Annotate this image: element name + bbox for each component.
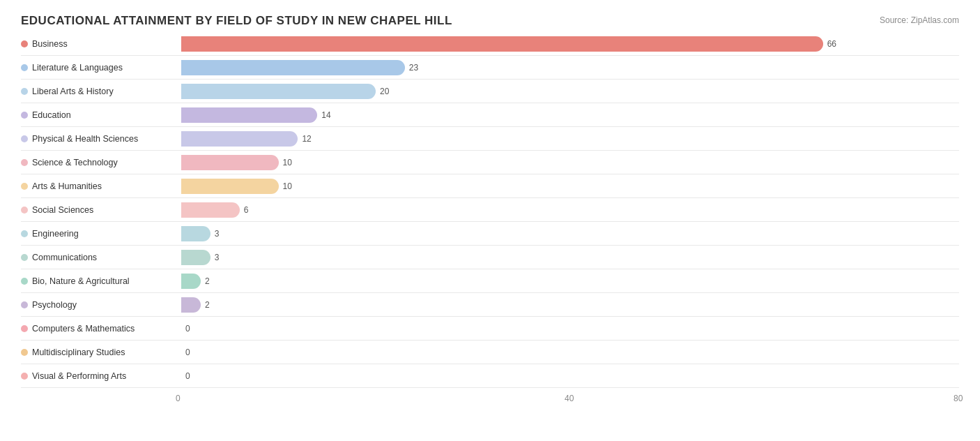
dot-6	[21, 183, 28, 190]
bar-fill-1	[181, 60, 405, 75]
bar-container-8: 3	[181, 226, 959, 241]
label-text-1: Literature & Languages	[32, 63, 123, 73]
bar-fill-5	[181, 155, 279, 170]
bar-row: Social Sciences 6	[21, 198, 959, 222]
bar-value-1: 23	[409, 63, 418, 73]
bar-row: Bio, Nature & Agricultural 2	[21, 269, 959, 293]
dot-7	[21, 207, 28, 214]
bar-container-7: 6	[181, 202, 959, 218]
bar-container-2: 20	[181, 84, 959, 99]
bar-row: Psychology 2	[21, 293, 959, 317]
bar-container-12: 0	[181, 321, 959, 336]
bar-label-8: Engineering	[21, 229, 181, 239]
bar-value-3: 14	[321, 110, 330, 120]
label-text-8: Engineering	[32, 229, 79, 239]
bar-container-5: 10	[181, 155, 959, 170]
bar-fill-6	[181, 179, 279, 194]
bar-container-14: 0	[181, 368, 959, 384]
x-tick: 40	[565, 394, 574, 403]
bar-label-5: Science & Technology	[21, 158, 181, 167]
dot-5	[21, 159, 28, 166]
bar-value-10: 2	[205, 276, 210, 286]
label-text-3: Education	[32, 110, 71, 120]
bar-container-6: 10	[181, 179, 959, 194]
x-axis: 04080	[181, 394, 959, 408]
label-text-4: Physical & Health Sciences	[32, 134, 138, 144]
bar-label-0: Business	[21, 39, 181, 49]
bar-row: Education 14	[21, 103, 959, 127]
dot-1	[21, 64, 28, 71]
bar-value-8: 3	[215, 229, 220, 239]
bar-value-6: 10	[283, 181, 292, 191]
bar-container-13: 0	[181, 345, 959, 360]
bar-label-9: Communications	[21, 253, 181, 262]
bar-label-2: Liberal Arts & History	[21, 87, 181, 96]
bar-value-9: 3	[215, 253, 220, 262]
bar-fill-0	[181, 36, 823, 52]
dot-3	[21, 112, 28, 119]
dot-8	[21, 230, 28, 237]
bar-fill-11	[181, 297, 201, 313]
bar-container-11: 2	[181, 297, 959, 313]
label-text-9: Communications	[32, 253, 97, 262]
dot-11	[21, 301, 28, 308]
bar-value-12: 0	[185, 324, 190, 334]
bar-value-2: 20	[380, 87, 389, 96]
bar-container-9: 3	[181, 250, 959, 265]
bar-row: Liberal Arts & History 20	[21, 80, 959, 103]
bar-label-14: Visual & Performing Arts	[21, 371, 181, 381]
bar-fill-3	[181, 107, 317, 123]
bar-value-0: 66	[827, 39, 836, 49]
bar-row: Multidisciplinary Studies 0	[21, 341, 959, 364]
bar-label-7: Social Sciences	[21, 205, 181, 215]
bar-row: Literature & Languages 23	[21, 56, 959, 80]
dot-14	[21, 373, 28, 380]
label-text-11: Psychology	[32, 300, 77, 310]
bar-label-1: Literature & Languages	[21, 63, 181, 73]
dot-13	[21, 349, 28, 356]
label-text-7: Social Sciences	[32, 205, 93, 215]
bar-row: Visual & Performing Arts 0	[21, 364, 959, 388]
bar-row: Arts & Humanities 10	[21, 174, 959, 198]
bar-value-14: 0	[185, 371, 190, 381]
dot-2	[21, 88, 28, 95]
bar-row: Communications 3	[21, 246, 959, 269]
label-text-0: Business	[32, 39, 68, 49]
bar-row: Engineering 3	[21, 222, 959, 246]
bar-value-5: 10	[283, 158, 292, 167]
bar-container-1: 23	[181, 60, 959, 75]
label-text-2: Liberal Arts & History	[32, 87, 114, 96]
bar-label-13: Multidisciplinary Studies	[21, 347, 181, 357]
bar-row: Computers & Mathematics 0	[21, 317, 959, 341]
bar-value-13: 0	[185, 347, 190, 357]
dot-12	[21, 325, 28, 332]
bar-row: Physical & Health Sciences 12	[21, 127, 959, 151]
bar-fill-7	[181, 202, 240, 218]
bar-container-10: 2	[181, 274, 959, 289]
bar-row: Science & Technology 10	[21, 151, 959, 174]
chart-area: Business 66 Literature & Languages 23 Li…	[21, 32, 959, 408]
label-text-13: Multidisciplinary Studies	[32, 347, 125, 357]
bar-label-6: Arts & Humanities	[21, 181, 181, 191]
dot-4	[21, 135, 28, 142]
label-text-6: Arts & Humanities	[32, 181, 102, 191]
bar-row: Business 66	[21, 32, 959, 56]
bar-fill-9	[181, 250, 210, 265]
label-text-5: Science & Technology	[32, 158, 118, 167]
bar-fill-2	[181, 84, 376, 99]
bar-label-10: Bio, Nature & Agricultural	[21, 276, 181, 286]
dot-10	[21, 278, 28, 285]
dot-0	[21, 40, 28, 47]
label-text-12: Computers & Mathematics	[32, 324, 135, 334]
bar-fill-10	[181, 274, 201, 289]
bar-fill-8	[181, 226, 210, 241]
label-text-10: Bio, Nature & Agricultural	[32, 276, 130, 286]
bar-value-11: 2	[205, 300, 210, 310]
bar-label-12: Computers & Mathematics	[21, 324, 181, 334]
bar-fill-4	[181, 131, 298, 147]
bar-value-4: 12	[302, 134, 311, 144]
dot-9	[21, 254, 28, 261]
x-tick: 0	[176, 394, 181, 403]
bar-container-0: 66	[181, 36, 959, 52]
bar-value-7: 6	[244, 205, 249, 215]
